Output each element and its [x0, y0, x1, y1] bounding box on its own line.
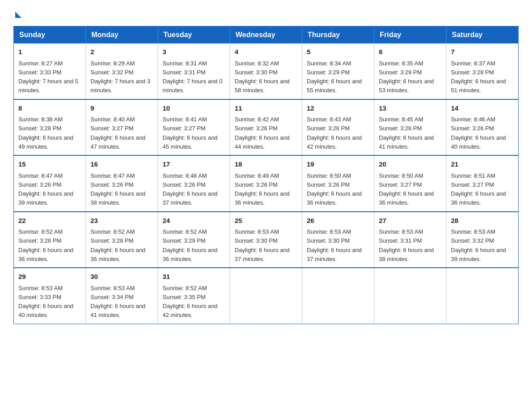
- col-header-tuesday: Tuesday: [158, 26, 230, 44]
- calendar-cell: 11 Sunrise: 8:42 AMSunset: 3:26 PMDaylig…: [230, 99, 302, 156]
- day-number: 1: [18, 47, 81, 57]
- calendar-cell: 16 Sunrise: 8:47 AMSunset: 3:26 PMDaylig…: [86, 155, 158, 212]
- day-info: Sunrise: 8:52 AMSunset: 3:28 PMDaylight:…: [90, 228, 146, 262]
- calendar-cell: 10 Sunrise: 8:41 AMSunset: 3:27 PMDaylig…: [158, 99, 230, 156]
- day-number: 14: [451, 103, 514, 114]
- day-info: Sunrise: 8:50 AMSunset: 3:27 PMDaylight:…: [379, 172, 434, 206]
- day-number: 4: [235, 47, 297, 57]
- col-header-sunday: Sunday: [14, 26, 86, 44]
- day-info: Sunrise: 8:35 AMSunset: 3:29 PMDaylight:…: [379, 60, 434, 94]
- calendar-cell: 24 Sunrise: 8:52 AMSunset: 3:29 PMDaylig…: [158, 212, 230, 268]
- calendar-cell: 21 Sunrise: 8:51 AMSunset: 3:27 PMDaylig…: [446, 155, 519, 212]
- day-number: 10: [163, 103, 225, 114]
- day-number: 8: [18, 103, 81, 114]
- calendar-week-row: 22 Sunrise: 8:52 AMSunset: 3:28 PMDaylig…: [14, 212, 519, 268]
- day-number: 31: [163, 272, 225, 282]
- day-info: Sunrise: 8:49 AMSunset: 3:26 PMDaylight:…: [235, 172, 290, 206]
- col-header-monday: Monday: [86, 26, 158, 44]
- calendar-cell: [302, 268, 374, 324]
- calendar-week-row: 15 Sunrise: 8:47 AMSunset: 3:26 PMDaylig…: [14, 155, 519, 212]
- day-number: 15: [18, 159, 81, 170]
- day-info: Sunrise: 8:53 AMSunset: 3:33 PMDaylight:…: [18, 285, 73, 319]
- calendar-cell: 30 Sunrise: 8:53 AMSunset: 3:34 PMDaylig…: [86, 268, 158, 324]
- day-info: Sunrise: 8:46 AMSunset: 3:26 PMDaylight:…: [451, 116, 506, 150]
- calendar-cell: 31 Sunrise: 8:52 AMSunset: 3:35 PMDaylig…: [158, 268, 230, 324]
- day-info: Sunrise: 8:31 AMSunset: 3:31 PMDaylight:…: [163, 60, 223, 94]
- day-number: 12: [307, 103, 369, 114]
- col-header-thursday: Thursday: [302, 26, 374, 44]
- calendar-cell: 20 Sunrise: 8:50 AMSunset: 3:27 PMDaylig…: [374, 155, 446, 212]
- day-number: 9: [90, 103, 153, 114]
- calendar-table: SundayMondayTuesdayWednesdayThursdayFrid…: [13, 26, 519, 324]
- calendar-week-row: 8 Sunrise: 8:38 AMSunset: 3:28 PMDayligh…: [14, 99, 519, 156]
- day-number: 23: [90, 216, 153, 226]
- calendar-cell: [374, 268, 446, 324]
- day-info: Sunrise: 8:50 AMSunset: 3:26 PMDaylight:…: [307, 172, 362, 206]
- day-info: Sunrise: 8:43 AMSunset: 3:26 PMDaylight:…: [307, 116, 362, 150]
- calendar-cell: 18 Sunrise: 8:49 AMSunset: 3:26 PMDaylig…: [230, 155, 302, 212]
- calendar-cell: 28 Sunrise: 8:53 AMSunset: 3:32 PMDaylig…: [446, 212, 519, 268]
- day-number: 29: [18, 272, 81, 282]
- day-info: Sunrise: 8:34 AMSunset: 3:29 PMDaylight:…: [307, 60, 362, 94]
- day-number: 5: [307, 47, 369, 57]
- day-number: 6: [379, 47, 442, 57]
- calendar-cell: 22 Sunrise: 8:52 AMSunset: 3:28 PMDaylig…: [14, 212, 86, 268]
- day-info: Sunrise: 8:53 AMSunset: 3:32 PMDaylight:…: [451, 228, 506, 262]
- day-info: Sunrise: 8:29 AMSunset: 3:32 PMDaylight:…: [90, 60, 150, 94]
- calendar-cell: 8 Sunrise: 8:38 AMSunset: 3:28 PMDayligh…: [14, 99, 86, 156]
- calendar-cell: 15 Sunrise: 8:47 AMSunset: 3:26 PMDaylig…: [14, 155, 86, 212]
- day-info: Sunrise: 8:51 AMSunset: 3:27 PMDaylight:…: [451, 172, 506, 206]
- day-number: 25: [235, 216, 297, 226]
- day-info: Sunrise: 8:52 AMSunset: 3:29 PMDaylight:…: [163, 228, 218, 262]
- calendar-cell: 9 Sunrise: 8:40 AMSunset: 3:27 PMDayligh…: [86, 99, 158, 156]
- day-number: 24: [163, 216, 225, 226]
- day-number: 30: [90, 272, 153, 282]
- col-header-saturday: Saturday: [446, 26, 519, 44]
- calendar-cell: 19 Sunrise: 8:50 AMSunset: 3:26 PMDaylig…: [302, 155, 374, 212]
- day-info: Sunrise: 8:37 AMSunset: 3:28 PMDaylight:…: [451, 60, 506, 94]
- day-info: Sunrise: 8:53 AMSunset: 3:30 PMDaylight:…: [307, 228, 362, 262]
- page-header: [13, 9, 519, 18]
- day-info: Sunrise: 8:45 AMSunset: 3:26 PMDaylight:…: [379, 116, 434, 150]
- day-info: Sunrise: 8:47 AMSunset: 3:26 PMDaylight:…: [90, 172, 146, 206]
- day-info: Sunrise: 8:38 AMSunset: 3:28 PMDaylight:…: [18, 116, 73, 150]
- calendar-cell: 23 Sunrise: 8:52 AMSunset: 3:28 PMDaylig…: [86, 212, 158, 268]
- calendar-cell: 2 Sunrise: 8:29 AMSunset: 3:32 PMDayligh…: [86, 43, 158, 99]
- calendar-cell: 17 Sunrise: 8:48 AMSunset: 3:26 PMDaylig…: [158, 155, 230, 212]
- day-number: 22: [18, 216, 81, 226]
- logo-arrow-icon: [15, 12, 21, 18]
- day-info: Sunrise: 8:41 AMSunset: 3:27 PMDaylight:…: [163, 116, 218, 150]
- day-number: 26: [307, 216, 369, 226]
- day-info: Sunrise: 8:52 AMSunset: 3:28 PMDaylight:…: [18, 228, 73, 262]
- calendar-week-row: 1 Sunrise: 8:27 AMSunset: 3:33 PMDayligh…: [14, 43, 519, 99]
- day-number: 21: [451, 159, 514, 170]
- day-number: 20: [379, 159, 442, 170]
- calendar-cell: [230, 268, 302, 324]
- calendar-cell: 5 Sunrise: 8:34 AMSunset: 3:29 PMDayligh…: [302, 43, 374, 99]
- day-number: 16: [90, 159, 153, 170]
- day-number: 13: [379, 103, 442, 114]
- calendar-cell: 7 Sunrise: 8:37 AMSunset: 3:28 PMDayligh…: [446, 43, 519, 99]
- day-info: Sunrise: 8:53 AMSunset: 3:30 PMDaylight:…: [235, 228, 290, 262]
- calendar-week-row: 29 Sunrise: 8:53 AMSunset: 3:33 PMDaylig…: [14, 268, 519, 324]
- day-info: Sunrise: 8:53 AMSunset: 3:31 PMDaylight:…: [379, 228, 434, 262]
- day-number: 18: [235, 159, 297, 170]
- day-info: Sunrise: 8:48 AMSunset: 3:26 PMDaylight:…: [163, 172, 218, 206]
- day-info: Sunrise: 8:53 AMSunset: 3:34 PMDaylight:…: [90, 285, 146, 319]
- calendar-cell: 26 Sunrise: 8:53 AMSunset: 3:30 PMDaylig…: [302, 212, 374, 268]
- day-number: 3: [163, 47, 225, 57]
- calendar-cell: 25 Sunrise: 8:53 AMSunset: 3:30 PMDaylig…: [230, 212, 302, 268]
- col-header-wednesday: Wednesday: [230, 26, 302, 44]
- calendar-cell: 3 Sunrise: 8:31 AMSunset: 3:31 PMDayligh…: [158, 43, 230, 99]
- day-number: 28: [451, 216, 514, 226]
- calendar-cell: 6 Sunrise: 8:35 AMSunset: 3:29 PMDayligh…: [374, 43, 446, 99]
- day-number: 11: [235, 103, 297, 114]
- day-number: 19: [307, 159, 369, 170]
- calendar-header-row: SundayMondayTuesdayWednesdayThursdayFrid…: [14, 26, 519, 44]
- day-number: 17: [163, 159, 225, 170]
- calendar-cell: 13 Sunrise: 8:45 AMSunset: 3:26 PMDaylig…: [374, 99, 446, 156]
- calendar-cell: 27 Sunrise: 8:53 AMSunset: 3:31 PMDaylig…: [374, 212, 446, 268]
- day-info: Sunrise: 8:32 AMSunset: 3:30 PMDaylight:…: [235, 60, 290, 94]
- day-info: Sunrise: 8:40 AMSunset: 3:27 PMDaylight:…: [90, 116, 146, 150]
- calendar-cell: 29 Sunrise: 8:53 AMSunset: 3:33 PMDaylig…: [14, 268, 86, 324]
